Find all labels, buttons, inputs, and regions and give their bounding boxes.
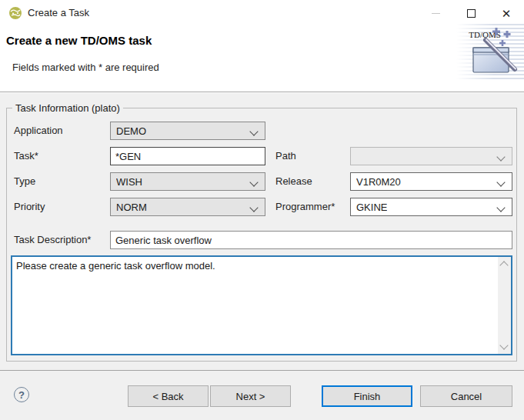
description-textarea[interactable]: Please create a generic task overflow mo… [11,255,512,355]
release-value: V1R0M20 [356,176,401,188]
application-select[interactable]: DEMO [110,122,265,140]
page-title: Create a new TD/OMS task [6,34,152,47]
programmer-label: Programmer* [275,198,335,216]
task-description-label: Task Description* [14,231,91,249]
minimize-icon [432,13,440,14]
priority-label: Priority [14,198,45,216]
window-title: Create a Task [28,7,89,18]
chevron-down-icon [249,127,258,135]
priority-select[interactable]: NORM [110,198,265,216]
cancel-button[interactable]: Cancel [420,385,512,407]
task-input[interactable] [110,147,265,165]
minimize-button[interactable] [418,0,453,26]
button-bar: ? < Back Next > Finish Cancel [0,370,524,420]
back-button[interactable]: < Back [128,385,209,407]
type-value: WISH [116,176,142,188]
priority-value: NORM [116,202,147,213]
chevron-down-icon [496,152,505,161]
finish-button[interactable]: Finish [322,385,412,407]
programmer-value: GKINE [356,202,387,213]
chevron-down-icon [496,203,505,212]
scroll-down-icon[interactable] [499,341,508,349]
chevron-down-icon [249,178,258,186]
wizard-header: Create a new TD/OMS task Fields marked w… [0,26,524,92]
tdoms-logo: TD/OMS [456,22,524,82]
type-label: Type [14,172,35,191]
task-description-input[interactable] [110,231,512,249]
help-icon: ? [18,389,25,401]
release-select[interactable]: V1R0M20 [350,172,512,191]
next-button[interactable]: Next > [210,385,291,407]
release-label: Release [275,172,312,191]
application-label: Application [14,122,63,140]
programmer-select[interactable]: GKINE [350,198,512,216]
close-icon: ✕ [502,8,512,19]
description-text[interactable]: Please create a generic task overflow mo… [16,259,494,272]
maximize-icon [467,9,476,18]
help-button[interactable]: ? [14,387,29,402]
path-select[interactable] [350,147,512,165]
type-select[interactable]: WISH [110,172,265,191]
create-task-dialog: Create a Task ✕ Create a new TD/OMS task… [0,0,524,420]
application-value: DEMO [116,125,146,137]
task-label: Task* [14,147,38,165]
vertical-scrollbar[interactable] [498,257,511,354]
wizard-body: Task Information (plato) Application DEM… [0,93,524,370]
page-subtitle: Fields marked with * are required [12,62,159,73]
chevron-down-icon [249,203,258,212]
task-globe-icon [8,6,22,20]
tdoms-wand-icon: TD/OMS [456,22,524,82]
chevron-down-icon [496,178,505,186]
title-bar: Create a Task ✕ [0,0,524,26]
scroll-up-icon[interactable] [499,261,508,269]
path-label: Path [275,147,296,165]
group-title: Task Information (plato) [12,102,123,114]
